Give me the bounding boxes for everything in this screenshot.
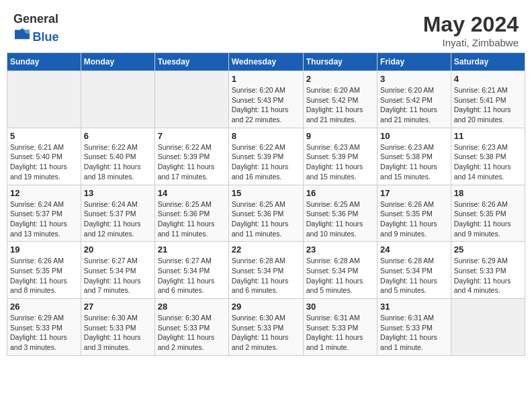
calendar-table: SundayMondayTuesdayWednesdayThursdayFrid…: [7, 52, 525, 356]
logo-icon: [15, 26, 30, 41]
logo-text: General Blue: [13, 12, 58, 44]
location: Inyati, Zimbabwe: [423, 37, 519, 48]
day-info: Sunrise: 6:23 AM Sunset: 5:38 PM Dayligh…: [454, 142, 522, 182]
day-number: 23: [306, 244, 374, 255]
calendar-cell: 13Sunrise: 6:24 AM Sunset: 5:37 PM Dayli…: [81, 185, 154, 242]
calendar-cell: 2Sunrise: 6:20 AM Sunset: 5:42 PM Daylig…: [303, 71, 377, 128]
calendar-cell: 11Sunrise: 6:23 AM Sunset: 5:38 PM Dayli…: [451, 128, 525, 185]
day-info: Sunrise: 6:22 AM Sunset: 5:40 PM Dayligh…: [84, 142, 152, 182]
header-day: Friday: [378, 53, 451, 71]
header: General Blue May 2024 Inyati, Zimbabwe: [7, 7, 525, 52]
day-number: 5: [10, 131, 78, 141]
calendar-cell: 17Sunrise: 6:26 AM Sunset: 5:35 PM Dayli…: [378, 185, 451, 242]
calendar-cell: 1Sunrise: 6:20 AM Sunset: 5:43 PM Daylig…: [228, 71, 303, 128]
day-number: 18: [454, 188, 522, 198]
calendar-cell: 25Sunrise: 6:29 AM Sunset: 5:33 PM Dayli…: [451, 242, 525, 299]
calendar-cell: 15Sunrise: 6:25 AM Sunset: 5:36 PM Dayli…: [228, 185, 303, 242]
day-number: 10: [380, 131, 448, 141]
day-info: Sunrise: 6:31 AM Sunset: 5:33 PM Dayligh…: [306, 313, 374, 353]
calendar-cell: 29Sunrise: 6:30 AM Sunset: 5:33 PM Dayli…: [228, 299, 303, 356]
day-info: Sunrise: 6:26 AM Sunset: 5:35 PM Dayligh…: [10, 256, 78, 295]
calendar-cell: 22Sunrise: 6:28 AM Sunset: 5:34 PM Dayli…: [228, 242, 303, 299]
day-number: 9: [306, 131, 374, 141]
calendar-cell: 19Sunrise: 6:26 AM Sunset: 5:35 PM Dayli…: [7, 242, 81, 299]
month-year: May 2024: [423, 12, 519, 37]
day-info: Sunrise: 6:25 AM Sunset: 5:36 PM Dayligh…: [232, 199, 300, 239]
calendar-cell: 3Sunrise: 6:20 AM Sunset: 5:42 PM Daylig…: [378, 71, 451, 128]
calendar-cell: 21Sunrise: 6:27 AM Sunset: 5:34 PM Dayli…: [154, 242, 228, 299]
day-number: 3: [380, 74, 448, 84]
day-info: Sunrise: 6:25 AM Sunset: 5:36 PM Dayligh…: [158, 199, 226, 239]
day-number: 20: [84, 244, 152, 255]
calendar-cell: 9Sunrise: 6:23 AM Sunset: 5:39 PM Daylig…: [303, 128, 377, 185]
calendar-cell: 18Sunrise: 6:26 AM Sunset: 5:35 PM Dayli…: [451, 185, 525, 242]
day-number: 29: [232, 302, 300, 312]
day-info: Sunrise: 6:24 AM Sunset: 5:37 PM Dayligh…: [10, 199, 78, 239]
day-info: Sunrise: 6:20 AM Sunset: 5:42 PM Dayligh…: [380, 85, 448, 125]
calendar-cell: 16Sunrise: 6:25 AM Sunset: 5:36 PM Dayli…: [303, 185, 377, 242]
day-info: Sunrise: 6:23 AM Sunset: 5:39 PM Dayligh…: [306, 142, 374, 182]
day-number: 30: [306, 302, 374, 312]
day-number: 8: [232, 131, 300, 141]
day-info: Sunrise: 6:31 AM Sunset: 5:33 PM Dayligh…: [380, 313, 448, 353]
day-number: 24: [380, 244, 448, 255]
day-number: 17: [380, 188, 448, 198]
calendar-cell: [7, 71, 81, 128]
day-number: 6: [84, 131, 152, 141]
day-number: 1: [232, 74, 300, 84]
calendar-cell: 7Sunrise: 6:22 AM Sunset: 5:39 PM Daylig…: [154, 128, 228, 185]
calendar-cell: 6Sunrise: 6:22 AM Sunset: 5:40 PM Daylig…: [81, 128, 154, 185]
day-number: 14: [158, 188, 226, 198]
calendar-cell: 23Sunrise: 6:28 AM Sunset: 5:34 PM Dayli…: [303, 242, 377, 299]
day-info: Sunrise: 6:26 AM Sunset: 5:35 PM Dayligh…: [380, 199, 448, 239]
day-number: 26: [10, 302, 78, 312]
calendar-cell: [154, 71, 228, 128]
logo-general: General: [13, 12, 58, 26]
calendar-week-row: 5Sunrise: 6:21 AM Sunset: 5:40 PM Daylig…: [7, 128, 525, 185]
header-day: Tuesday: [154, 53, 228, 71]
day-number: 21: [158, 244, 226, 255]
day-number: 7: [158, 131, 226, 141]
calendar-cell: 14Sunrise: 6:25 AM Sunset: 5:36 PM Dayli…: [154, 185, 228, 242]
day-info: Sunrise: 6:29 AM Sunset: 5:33 PM Dayligh…: [10, 313, 78, 353]
calendar-week-row: 26Sunrise: 6:29 AM Sunset: 5:33 PM Dayli…: [7, 299, 525, 356]
header-day: Thursday: [303, 53, 377, 71]
calendar-week-row: 12Sunrise: 6:24 AM Sunset: 5:37 PM Dayli…: [7, 185, 525, 242]
day-info: Sunrise: 6:20 AM Sunset: 5:43 PM Dayligh…: [232, 85, 300, 125]
header-row: SundayMondayTuesdayWednesdayThursdayFrid…: [7, 53, 525, 71]
calendar-cell: 31Sunrise: 6:31 AM Sunset: 5:33 PM Dayli…: [378, 299, 451, 356]
calendar-cell: 8Sunrise: 6:22 AM Sunset: 5:39 PM Daylig…: [228, 128, 303, 185]
day-info: Sunrise: 6:28 AM Sunset: 5:34 PM Dayligh…: [306, 256, 374, 295]
calendar-cell: 12Sunrise: 6:24 AM Sunset: 5:37 PM Dayli…: [7, 185, 81, 242]
day-info: Sunrise: 6:23 AM Sunset: 5:38 PM Dayligh…: [380, 142, 448, 182]
header-day: Sunday: [7, 53, 81, 71]
calendar-cell: 4Sunrise: 6:21 AM Sunset: 5:41 PM Daylig…: [451, 71, 525, 128]
day-number: 25: [454, 244, 522, 255]
day-info: Sunrise: 6:21 AM Sunset: 5:40 PM Dayligh…: [10, 142, 78, 182]
day-number: 12: [10, 188, 78, 198]
calendar-cell: 30Sunrise: 6:31 AM Sunset: 5:33 PM Dayli…: [303, 299, 377, 356]
day-number: 15: [232, 188, 300, 198]
day-info: Sunrise: 6:22 AM Sunset: 5:39 PM Dayligh…: [158, 142, 226, 182]
day-info: Sunrise: 6:29 AM Sunset: 5:33 PM Dayligh…: [454, 256, 522, 295]
day-info: Sunrise: 6:20 AM Sunset: 5:42 PM Dayligh…: [306, 85, 374, 125]
calendar-cell: 26Sunrise: 6:29 AM Sunset: 5:33 PM Dayli…: [7, 299, 81, 356]
day-info: Sunrise: 6:25 AM Sunset: 5:36 PM Dayligh…: [306, 199, 374, 239]
calendar-cell: 28Sunrise: 6:30 AM Sunset: 5:33 PM Dayli…: [154, 299, 228, 356]
header-day: Wednesday: [228, 53, 303, 71]
day-info: Sunrise: 6:26 AM Sunset: 5:35 PM Dayligh…: [454, 199, 522, 239]
day-number: 16: [306, 188, 374, 198]
day-number: 11: [454, 131, 522, 141]
calendar-cell: 20Sunrise: 6:27 AM Sunset: 5:34 PM Dayli…: [81, 242, 154, 299]
day-info: Sunrise: 6:24 AM Sunset: 5:37 PM Dayligh…: [84, 199, 152, 239]
day-info: Sunrise: 6:30 AM Sunset: 5:33 PM Dayligh…: [232, 313, 300, 353]
header-day: Saturday: [451, 53, 525, 71]
calendar-cell: 27Sunrise: 6:30 AM Sunset: 5:33 PM Dayli…: [81, 299, 154, 356]
day-number: 28: [158, 302, 226, 312]
calendar-week-row: 1Sunrise: 6:20 AM Sunset: 5:43 PM Daylig…: [7, 71, 525, 128]
header-day: Monday: [81, 53, 154, 71]
day-number: 22: [232, 244, 300, 255]
day-info: Sunrise: 6:30 AM Sunset: 5:33 PM Dayligh…: [84, 313, 152, 353]
calendar-week-row: 19Sunrise: 6:26 AM Sunset: 5:35 PM Dayli…: [7, 242, 525, 299]
calendar-cell: 24Sunrise: 6:28 AM Sunset: 5:34 PM Dayli…: [378, 242, 451, 299]
